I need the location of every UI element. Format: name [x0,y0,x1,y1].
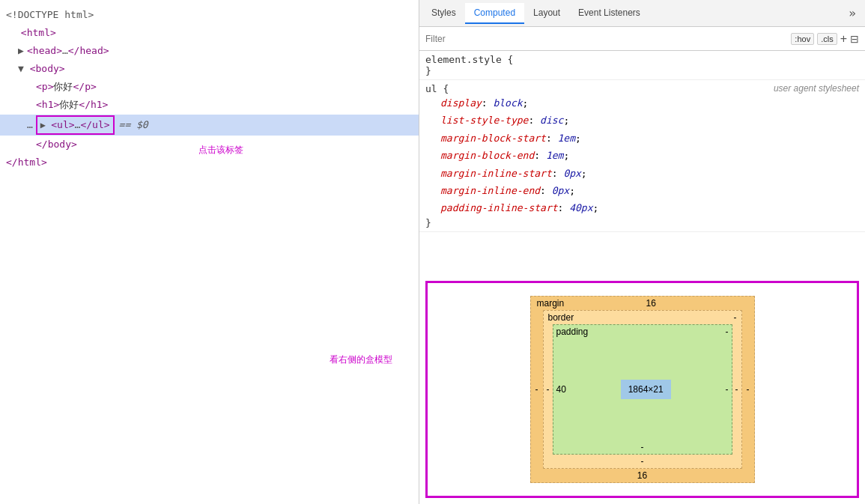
ul-rule-close: } [425,217,859,228]
ul-margin-inline-start-rule: margin-inline-start: 0px; [425,165,859,182]
dots-indicator: … [27,117,33,133]
margin-left-value: - [531,310,543,469]
p-tag-close: </p> [73,81,96,92]
head-close: </head> [68,45,109,56]
border-label: border [548,312,574,323]
ul-list-style-rule: list-style-type: disc; [425,112,859,129]
ul-margin-block-start-rule: margin-block-start: 1em; [425,130,859,147]
element-style-block: element.style { } [419,51,865,80]
box-model-container: margin 16 16 - border - [425,281,859,498]
ul-selector: ul { [425,83,449,94]
padding-layer: padding - 40 1864×21 [553,324,732,455]
dollar-sign: == $0 [119,117,148,133]
dom-tree-panel: <!DOCTYPE html> <html> ▶ <head>…</head> … [0,0,419,504]
ul-selected-box[interactable]: ▶ <ul>…</ul> [36,115,115,135]
border-left-value: - [544,324,553,455]
tabs-overflow-icon[interactable]: » [843,6,862,20]
border-right-value: - [732,324,741,455]
margin-label: margin [537,298,565,309]
ul-margin-block-end-rule: margin-block-end: 1em; [425,147,859,164]
p-content: 你好 [53,81,73,92]
styles-panel: Styles Computed Layout Event Listeners »… [419,0,865,504]
ul-padding-inline-start-rule: padding-inline-start: 40px; [425,199,859,216]
h1-content: 你好 [59,99,79,110]
border-middle-row: - padding - 40 [544,324,741,455]
padding-bottom-value: - [641,442,644,452]
add-style-icon[interactable]: + [840,32,847,46]
filter-actions: :hov .cls + ⊟ [791,32,859,46]
h1-tag-close: </h1> [79,99,108,110]
body-triangle: ▼ [18,63,30,74]
dom-body[interactable]: ▼ <body> [0,60,419,78]
ul-tag-open: <ul> [51,119,74,130]
padding-middle-row: 40 1864×21 - [553,338,732,440]
margin-bottom-row: 16 [531,469,754,482]
dom-p[interactable]: <p>你好</p> [0,78,419,96]
content-box: 1864×21 [621,380,671,399]
head-tag: <head> [27,45,62,56]
click-tip-label: 点击该标签 [198,144,243,157]
dom-head[interactable]: ▶ <head>…</head> [0,42,419,60]
close-styles-icon[interactable]: ⊟ [850,33,859,45]
margin-middle-row: - border - - [531,310,754,469]
margin-top-row: margin 16 16 [531,297,754,310]
ul-margin-inline-end-rule: margin-inline-end: 0px; [425,182,859,199]
ul-style-block: ul { user agent stylesheet display: bloc… [419,80,865,232]
padding-label: padding [556,327,589,337]
filter-input[interactable] [425,34,785,44]
panel-tabs: Styles Computed Layout Event Listeners » [419,0,865,27]
margin-layer: margin 16 16 - border - [530,296,755,483]
element-style-close: } [425,65,859,76]
body-close-tag: </body> [36,139,77,150]
padding-right-value: - [722,384,731,395]
dom-h1[interactable]: <h1>你好</h1> [0,96,419,114]
margin-bottom-value: 16 [637,470,647,481]
tab-computed[interactable]: Computed [465,3,524,24]
padding-left-value: 40 [553,384,569,395]
ul-triangle: ▶ [40,120,51,130]
border-layer: border - - padding - [543,310,742,469]
border-bottom-row: - [544,455,741,468]
html-tag: <html> [21,27,56,38]
expand-icon: ▶ [18,43,27,59]
hov-button[interactable]: :hov [791,33,814,45]
box-model-tip-label: 看右侧的盒模型 [330,353,392,366]
ul-display-rule: display: block; [425,94,859,112]
tab-layout[interactable]: Layout [524,3,569,24]
tab-styles[interactable]: Styles [422,3,465,24]
border-top-row: border - [544,311,741,324]
ul-tag-close: </ul> [80,119,109,130]
filter-bar: :hov .cls + ⊟ [419,27,865,51]
margin-top-value: 16 [646,298,655,309]
padding-top-row: padding - [553,325,732,338]
body-tag: <body> [30,63,65,74]
padding-top-value: - [726,327,729,337]
dom-ul-selected[interactable]: … ▶ <ul>…</ul> == $0 [0,115,419,136]
cls-button[interactable]: .cls [817,33,837,45]
dom-doctype: <!DOCTYPE html> [0,6,419,24]
box-model: margin 16 16 - border - [530,296,755,483]
margin-right-value: - [742,310,754,469]
element-style-selector: element.style { [425,54,859,65]
ul-rule-header: ul { user agent stylesheet [425,83,859,94]
content-dimensions: 1864×21 [628,384,664,395]
doctype-text: <!DOCTYPE html> [6,9,94,20]
padding-bottom-row: - [553,440,732,454]
user-agent-label: user agent stylesheet [774,83,859,94]
dom-html[interactable]: <html> [0,24,419,42]
dots: … [62,45,68,56]
tab-event-listeners[interactable]: Event Listeners [569,3,649,24]
p-tag-open: <p> [36,81,53,92]
h1-tag-open: <h1> [36,99,59,110]
html-close-tag: </html> [6,157,47,168]
styles-content: element.style { } ul { user agent styles… [419,51,865,275]
border-bottom-value: - [641,456,644,467]
border-top-value: - [734,312,737,323]
